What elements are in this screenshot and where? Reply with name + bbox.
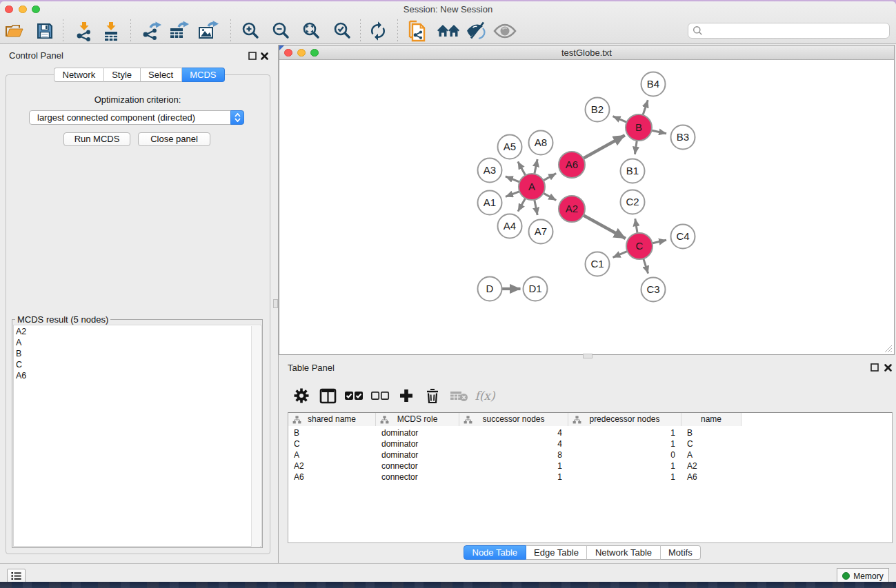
node-C1[interactable]: C1 [586, 252, 610, 276]
table-cell[interactable]: 0 [568, 449, 681, 460]
node-A2[interactable]: A2 [559, 196, 585, 222]
table-cell[interactable]: 1 [568, 438, 681, 449]
node-B2[interactable]: B2 [586, 98, 610, 122]
column-settings-button[interactable] [288, 385, 315, 407]
table-cell[interactable]: connector [376, 460, 459, 472]
table-cell[interactable]: 1 [459, 460, 568, 472]
export-network-button[interactable] [141, 20, 164, 42]
panel-divider-handle[interactable] [273, 299, 278, 308]
table-tab-motifs[interactable]: Motifs [661, 545, 701, 560]
float-panel-icon[interactable] [248, 52, 257, 60]
close-panel-icon[interactable] [260, 52, 269, 61]
edge-B-B4[interactable] [643, 100, 648, 114]
column-header-name[interactable]: name [681, 413, 741, 426]
node-D[interactable]: D [478, 277, 502, 301]
table-cell[interactable]: A [288, 449, 376, 460]
show-hidden-button[interactable] [493, 20, 517, 42]
table-cell[interactable]: dominator [376, 438, 459, 449]
tab-mcds[interactable]: MCDS [182, 68, 225, 82]
table-cell[interactable]: 1 [568, 427, 681, 438]
column-header-successor-nodes[interactable]: successor nodes [459, 413, 568, 426]
select-all-button[interactable] [341, 385, 367, 407]
node-B3[interactable]: B3 [671, 125, 695, 150]
edge-B-B3[interactable] [652, 130, 666, 134]
node-A1[interactable]: A1 [478, 191, 502, 215]
node-A[interactable]: A [519, 174, 545, 200]
tab-network[interactable]: Network [54, 68, 104, 82]
table-cell[interactable]: B [681, 427, 741, 438]
table-cell[interactable]: B [288, 427, 376, 438]
edge-A-A5[interactable] [518, 161, 526, 174]
table-cell[interactable]: C [681, 438, 741, 449]
export-image-button[interactable] [196, 20, 219, 42]
result-item[interactable]: C [14, 359, 261, 370]
network-canvas[interactable]: AA6A2BCA1A3A5A8A4A7B1B2B3B4C1C2C3C4DD1 [279, 60, 894, 354]
delete-column-button[interactable] [419, 385, 446, 407]
task-history-button[interactable] [7, 569, 26, 582]
table-tab-edge-table[interactable]: Edge Table [526, 545, 588, 560]
node-B4[interactable]: B4 [641, 72, 666, 97]
table-cell[interactable]: A [681, 449, 741, 460]
table-cell[interactable]: 1 [459, 472, 568, 483]
hide-selected-button[interactable] [465, 20, 488, 42]
edge-A-A4[interactable] [518, 199, 525, 212]
zoom-fit-button[interactable] [299, 20, 323, 42]
zoom-selected-button[interactable] [330, 20, 354, 42]
table-cell[interactable]: connector [376, 472, 459, 483]
node-A5[interactable]: A5 [498, 135, 522, 159]
node-D1[interactable]: D1 [524, 277, 548, 301]
node-A4[interactable]: A4 [498, 214, 522, 239]
zoom-out-button[interactable] [269, 20, 292, 42]
titlebar[interactable]: Session: New Session [0, 1, 896, 15]
edge-A-A7[interactable] [535, 200, 537, 215]
node-C2[interactable]: C2 [621, 190, 645, 214]
table-cell[interactable]: 1 [568, 460, 681, 472]
zoom-in-button[interactable] [239, 20, 262, 42]
node-C3[interactable]: C3 [641, 278, 666, 302]
table-row[interactable]: Cdominator41C [288, 438, 741, 449]
result-item[interactable]: A [14, 337, 261, 348]
tab-select[interactable]: Select [141, 68, 182, 82]
table-cell[interactable]: A6 [288, 472, 376, 483]
resize-grip-icon[interactable] [884, 344, 893, 353]
result-item[interactable]: B [14, 348, 261, 359]
table-row[interactable]: A2connector11A2 [288, 460, 741, 472]
table-cell[interactable]: 4 [459, 438, 568, 449]
result-item[interactable]: A6 [14, 370, 261, 381]
export-table-button[interactable] [167, 20, 190, 42]
table-cell[interactable]: 1 [568, 472, 681, 483]
network-window-titlebar[interactable]: testGlobe.txt [279, 45, 894, 60]
add-column-button[interactable] [393, 385, 419, 407]
refresh-view-button[interactable] [366, 20, 390, 42]
search-input[interactable] [703, 25, 889, 37]
node-B1[interactable]: B1 [621, 159, 645, 183]
table-cell[interactable]: A2 [681, 460, 741, 472]
edge-C-C2[interactable] [635, 219, 637, 233]
mcds-result-list[interactable]: A2ABCA6 [13, 325, 261, 547]
edge-A-A6[interactable] [544, 174, 556, 181]
deselect-all-button[interactable] [367, 385, 393, 407]
edge-C-C3[interactable] [644, 259, 648, 274]
column-header-shared-name[interactable]: shared name [288, 413, 376, 426]
edge-C-C4[interactable] [653, 240, 666, 243]
edge-C-C1[interactable] [613, 252, 628, 258]
close-table-panel-icon[interactable] [884, 363, 893, 372]
tab-style[interactable]: Style [104, 68, 141, 82]
result-item[interactable]: A2 [14, 326, 261, 337]
result-scrollbar[interactable] [251, 326, 260, 547]
save-session-button[interactable] [33, 20, 57, 42]
node-A7[interactable]: A7 [529, 220, 553, 244]
clone-network-button[interactable] [405, 20, 428, 42]
table-cell[interactable]: 4 [459, 427, 568, 438]
edge-A6-B[interactable] [584, 135, 625, 158]
column-header-MCDS-role[interactable]: MCDS role [376, 413, 459, 426]
show-all-networks-button[interactable] [437, 20, 460, 42]
table-row[interactable]: A6connector11A6 [288, 472, 741, 483]
table-cell[interactable]: dominator [376, 427, 459, 438]
node-C4[interactable]: C4 [671, 225, 695, 249]
edge-A2-C[interactable] [584, 215, 626, 238]
edge-A-A2[interactable] [544, 193, 556, 200]
float-table-panel-icon[interactable] [870, 363, 879, 372]
node-B[interactable]: B [626, 114, 652, 141]
table-cell[interactable]: C [288, 438, 376, 449]
